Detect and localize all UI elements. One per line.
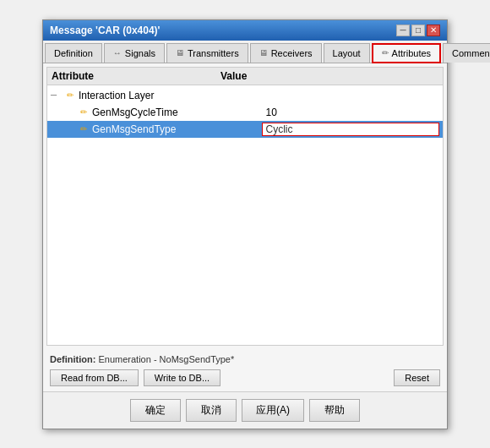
write-to-db-button[interactable]: Write to DB... [144, 369, 220, 386]
tab-receivers[interactable]: 🖥 Receivers [250, 43, 322, 63]
tab-transmitters[interactable]: 🖥 Transmitters [166, 43, 248, 63]
reset-button[interactable]: Reset [394, 369, 440, 386]
apply-button[interactable]: 应用(A) [242, 399, 304, 422]
receivers-icon: 🖥 [259, 48, 268, 57]
maximize-button[interactable]: □ [411, 25, 425, 36]
tab-comment-label: Comment [452, 48, 490, 58]
window-title: Message 'CAR (0x404)' [50, 25, 160, 36]
tab-layout-label: Layout [333, 48, 361, 58]
transmitters-icon: 🖥 [176, 48, 184, 57]
main-window: Message 'CAR (0x404)' ─ □ ✕ Definition ↔… [42, 19, 448, 429]
tab-signals[interactable]: ↔ Signals [104, 43, 165, 63]
footer-buttons: 确定 取消 应用(A) 帮助 [43, 391, 447, 429]
group-pencil-icon: ✏ [64, 90, 76, 101]
tab-layout[interactable]: Layout [324, 43, 370, 63]
title-controls: ─ □ ✕ [396, 25, 440, 36]
header-value: Value [220, 70, 438, 82]
tab-signals-label: Signals [125, 48, 155, 58]
definition-value: Enumeration - NoMsgSendType* [98, 354, 234, 364]
row2-value[interactable]: Cyclic [262, 123, 440, 136]
tree-area: ─ ✏ Interaction Layer ✏ GenMsgCycleTime … [47, 85, 443, 139]
attributes-tab-icon: ✏ [382, 48, 389, 57]
tab-attributes-label: Attributes [392, 48, 431, 58]
expand-icon: ─ [51, 90, 64, 100]
row1-pencil-icon: ✏ [78, 107, 90, 118]
definition-line: Definition: Enumeration - NoMsgSendType* [50, 354, 440, 364]
ok-button[interactable]: 确定 [130, 399, 181, 422]
help-button[interactable]: 帮助 [309, 399, 360, 422]
tree-row-genmsgcycletime[interactable]: ✏ GenMsgCycleTime 10 [47, 104, 443, 121]
group-row-interaction-layer: ─ ✏ Interaction Layer [47, 87, 443, 104]
action-buttons: Read from DB... Write to DB... Reset [50, 369, 440, 386]
tab-definition-label: Definition [54, 48, 93, 58]
cancel-button[interactable]: 取消 [186, 399, 237, 422]
row1-attribute-name: GenMsgCycleTime [92, 107, 266, 118]
content-panel: Attribute Value ─ ✏ Interaction Layer ✏ … [46, 67, 444, 346]
tab-receivers-label: Receivers [271, 48, 313, 58]
tab-attributes[interactable]: ✏ Attributes [372, 43, 441, 63]
tab-bar: Definition ↔ Signals 🖥 Transmitters 🖥 Re… [43, 41, 447, 63]
tree-row-genmsgsendtype[interactable]: ✏ GenMsgSendType Cyclic [47, 121, 443, 138]
bottom-section: Definition: Enumeration - NoMsgSendType*… [43, 349, 447, 391]
row1-value: 10 [266, 107, 440, 118]
definition-label: Definition: [50, 354, 95, 364]
minimize-button[interactable]: ─ [396, 25, 410, 36]
close-button[interactable]: ✕ [427, 25, 440, 36]
row2-attribute-name: GenMsgSendType [92, 123, 262, 135]
spacer [226, 369, 389, 386]
signals-icon: ↔ [113, 48, 122, 57]
table-header: Attribute Value [47, 68, 443, 85]
tab-comment[interactable]: Comment [443, 43, 490, 63]
row2-pencil-icon: ✏ [78, 123, 90, 135]
tab-definition[interactable]: Definition [45, 43, 102, 63]
group-label: Interaction Layer [79, 90, 439, 101]
header-attribute: Attribute [52, 70, 220, 82]
read-from-db-button[interactable]: Read from DB... [50, 369, 139, 386]
title-bar: Message 'CAR (0x404)' ─ □ ✕ [43, 20, 447, 41]
tab-transmitters-label: Transmitters [188, 48, 239, 58]
